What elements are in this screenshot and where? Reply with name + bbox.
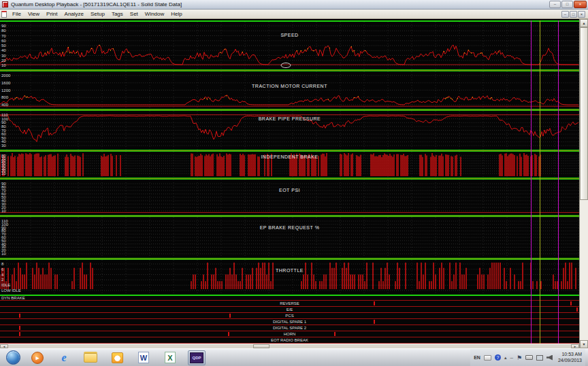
- child-window-controls: – □ ×: [561, 11, 587, 18]
- show-hidden-icons[interactable]: ▴: [504, 355, 507, 361]
- menu-bar: FileViewPrintAnalyzeSetupTagsSetWindowHe…: [0, 10, 588, 19]
- tray-dash-icon[interactable]: ‒: [510, 354, 512, 361]
- digital-row-digital-spare-1: DIGITAL SPARE 1: [0, 319, 579, 325]
- help-tray-icon[interactable]: ?: [495, 354, 501, 361]
- digital-row-label: HORN: [0, 331, 579, 337]
- y-axis-label: 8: [1, 262, 3, 266]
- horizontal-scrollbar[interactable]: ◂ ▸: [0, 344, 579, 348]
- digital-pulse: [334, 332, 336, 336]
- word-icon[interactable]: W: [135, 350, 152, 365]
- folder-glyph: [84, 353, 97, 363]
- panel-stack: 908070605040302010SPEED20001600120080040…: [0, 19, 579, 344]
- y-axis-label: 10: [1, 252, 6, 256]
- qdp-glyph: QDP: [190, 352, 203, 363]
- menu-item-tags[interactable]: Tags: [108, 10, 127, 18]
- y-axis-label: 800: [1, 95, 8, 99]
- y-axis-label: 2000: [1, 73, 10, 78]
- digital-row-reverse: REVERSE: [0, 301, 579, 307]
- document-icon: [1, 11, 7, 18]
- digital-row-label: DIGITAL SPARE 1: [0, 319, 579, 325]
- y-axis-label: 2: [1, 278, 3, 282]
- action-center-flag-icon[interactable]: ⚑: [517, 354, 522, 361]
- minimize-button[interactable]: –: [549, 1, 561, 8]
- vertical-scrollbar[interactable]: ▴ ▾: [579, 19, 588, 348]
- chart-area: 908070605040302010SPEED20001600120080040…: [0, 19, 579, 348]
- menu-item-file[interactable]: File: [9, 10, 24, 18]
- panel-title: EOT PSI: [0, 188, 579, 193]
- media-player-icon[interactable]: ▸: [29, 350, 46, 365]
- network-icon[interactable]: [536, 355, 543, 361]
- taskbar-icons: ▸eWXQDP: [29, 350, 214, 365]
- digital-pulse: [19, 332, 20, 336]
- playback-cursor-2[interactable]: [540, 20, 540, 344]
- system-tray: EN ? ▴ ‒ ⚑ 10:53 AM 24/09/2013: [470, 349, 585, 366]
- clock-time: 10:53 AM: [558, 352, 582, 358]
- y-axis-label: 50: [1, 44, 6, 48]
- digital-row-e-e: E/E: [0, 307, 579, 313]
- y-axis-label: 10: [1, 171, 6, 176]
- excel-glyph: X: [165, 352, 176, 363]
- digital-row-horn: HORN: [0, 331, 579, 337]
- window-controls: – □ ×: [549, 1, 587, 8]
- file-explorer-icon[interactable]: [82, 350, 99, 365]
- panel-title: TRACTION MOTOR CURRENT: [0, 84, 579, 88]
- playback-cursor-3[interactable]: [558, 20, 559, 344]
- child-close-button[interactable]: ×: [578, 11, 585, 18]
- language-indicator[interactable]: EN: [474, 355, 480, 360]
- digital-pulse: [229, 314, 231, 318]
- digital-row-label: E/E: [0, 307, 579, 312]
- menu-item-print[interactable]: Print: [43, 10, 61, 18]
- digital-pulse: [374, 320, 375, 324]
- y-axis-label: LOW IDLE: [1, 288, 21, 293]
- outlook-glyph: [112, 352, 123, 363]
- digital-pulse: [228, 332, 229, 336]
- y-axis-label: 1200: [1, 88, 10, 93]
- menu-item-analyze[interactable]: Analyze: [61, 10, 87, 18]
- clock-date: 24/09/2013: [558, 358, 582, 364]
- start-button[interactable]: [6, 350, 20, 365]
- vertical-scroll-thumb[interactable]: [580, 27, 588, 200]
- y-axis-label: 40: [1, 48, 6, 52]
- child-minimize-button[interactable]: –: [561, 11, 569, 18]
- keyboard-tray-icon[interactable]: [484, 355, 491, 361]
- digital-row-eot-radio-break: EOT RADIO BREAK: [0, 337, 579, 344]
- y-axis-label: 30: [1, 54, 6, 58]
- child-restore-button[interactable]: □: [570, 11, 577, 18]
- panel-title: INDEPENDENT BRAKE: [0, 154, 579, 159]
- menu-item-help[interactable]: Help: [167, 10, 185, 18]
- excel-icon[interactable]: X: [161, 350, 179, 365]
- y-axis-label: 10: [1, 209, 6, 213]
- taskbar: ▸eWXQDP EN ? ▴ ‒ ⚑ 10:53 AM 24/09/2013: [0, 348, 588, 366]
- panel-throttle: 8642IDLELOW IDLETHROTTLE: [0, 260, 579, 295]
- internet-explorer-icon[interactable]: e: [55, 350, 73, 365]
- volume-icon[interactable]: [546, 355, 553, 361]
- panel-brake-pipe-pressure: 11010090807060504030BRAKE PIPE PRESSURE: [0, 111, 579, 150]
- menu-item-window[interactable]: Window: [142, 10, 167, 18]
- digital-row-label: PCS: [0, 313, 579, 318]
- scroll-up-icon[interactable]: ▴: [580, 19, 588, 27]
- playback-cursor-1[interactable]: [531, 20, 532, 344]
- dyn-brake-row: DYN BRAKE: [0, 296, 579, 301]
- menu-item-setup[interactable]: Setup: [87, 10, 108, 18]
- scroll-down-icon[interactable]: ▾: [580, 340, 588, 348]
- digital-row-label: REVERSE: [0, 301, 579, 306]
- y-axis-label: 10: [1, 63, 6, 67]
- clock[interactable]: 10:53 AM 24/09/2013: [558, 352, 582, 364]
- panel-ep-brake-request: 110100908070605040302010EP BRAKE REQUEST…: [0, 217, 579, 258]
- battery-icon[interactable]: [525, 355, 533, 360]
- restore-button[interactable]: □: [561, 1, 573, 8]
- ie-glyph: e: [61, 352, 66, 364]
- menu-item-view[interactable]: View: [24, 10, 43, 18]
- y-axis-label: 4: [1, 273, 3, 277]
- digital-row-label: EOT RADIO BREAK: [0, 337, 579, 343]
- panel-title: EP BRAKE REQUEST %: [0, 225, 579, 230]
- outlook-icon[interactable]: [108, 350, 126, 365]
- app-icon: [2, 1, 8, 7]
- y-axis-label: IDLE: [1, 283, 10, 287]
- menu-item-set[interactable]: Set: [127, 10, 142, 18]
- y-axis-label: 30: [1, 144, 6, 148]
- y-axis-label: 20: [1, 59, 6, 63]
- close-button[interactable]: ×: [574, 1, 587, 8]
- qdp-playback-icon[interactable]: QDP: [188, 350, 206, 365]
- y-axis-label: 90: [1, 24, 6, 28]
